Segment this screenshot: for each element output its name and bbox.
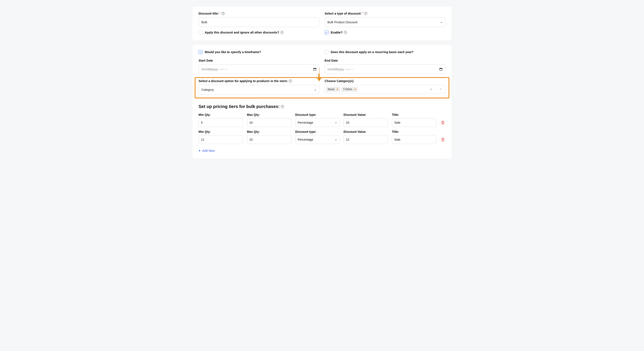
- help-icon[interactable]: ?: [281, 105, 284, 108]
- recurring-checkbox[interactable]: [324, 50, 328, 54]
- remove-tag-icon[interactable]: ✕: [354, 88, 356, 91]
- discount-title-input[interactable]: Bulk: [198, 18, 320, 27]
- discount-config-card: Would you like to specify a timeframe? D…: [192, 45, 452, 159]
- plus-icon: +: [198, 149, 200, 153]
- tier-title-label: Title:: [392, 113, 436, 116]
- enable-label: Enable? ?: [331, 31, 347, 34]
- delete-tier-icon[interactable]: [441, 138, 445, 142]
- help-icon[interactable]: ?: [364, 12, 367, 15]
- divider: [436, 87, 436, 92]
- help-icon[interactable]: ?: [280, 31, 284, 34]
- max-qty-label: Max Qty:: [247, 130, 291, 134]
- max-qty-input[interactable]: 10: [247, 118, 291, 127]
- required-asterisk: *: [362, 12, 363, 14]
- tier-row: Min Qty: 5 Max Qty: 10 Discount type: Pe…: [198, 113, 446, 127]
- discount-title-label: Discount title: * ?: [198, 12, 320, 15]
- enable-checkbox[interactable]: [324, 30, 328, 34]
- ignore-others-checkbox[interactable]: [198, 30, 202, 34]
- chevron-down-icon: [440, 21, 442, 24]
- min-qty-input[interactable]: 5: [198, 118, 243, 127]
- highlighted-section: Select a discount option for applying to…: [195, 77, 449, 98]
- chevron-down-icon: [314, 88, 316, 91]
- remove-tag-icon[interactable]: ✕: [336, 88, 338, 91]
- discount-type-col-label: Discount type:: [295, 130, 340, 134]
- delete-tier-icon[interactable]: [441, 121, 445, 125]
- discount-basics-card: Discount title: * ? Bulk Select a type o…: [192, 6, 452, 40]
- start-date-label: Start Date: [198, 59, 320, 62]
- discount-type-select[interactable]: Bulk Product Discount: [324, 18, 446, 27]
- help-icon[interactable]: ?: [289, 80, 292, 82]
- tiers-heading: Set up pricing tiers for bulk purchases:…: [198, 104, 446, 109]
- clear-all-icon[interactable]: ✕: [428, 87, 434, 92]
- svg-rect-5: [440, 68, 442, 69]
- discount-type-label: Select a type of discount: * ?: [324, 12, 446, 15]
- end-date-label: End Date: [324, 59, 446, 62]
- start-date-input[interactable]: mm/dd/yyyy, --:-- --: [198, 64, 320, 74]
- category-tag: T-Shirts ✕: [342, 87, 358, 92]
- min-qty-label: Min Qty:: [198, 113, 243, 116]
- svg-rect-1: [314, 68, 316, 69]
- add-new-tier-button[interactable]: + Add New: [198, 149, 215, 153]
- chevron-down-icon[interactable]: [437, 88, 444, 91]
- timeframe-label: Would you like to specify a timeframe?: [205, 50, 261, 54]
- category-tag: Music ✕: [326, 87, 340, 92]
- recurring-label: Does this discount apply on a recurring …: [331, 50, 414, 54]
- discount-value-label: Discount Value:: [344, 113, 388, 116]
- min-qty-input[interactable]: 11: [198, 135, 243, 144]
- tier-discount-type-select[interactable]: Percentage: [295, 135, 340, 144]
- tier-title-input[interactable]: Sale: [392, 118, 436, 127]
- category-multiselect[interactable]: Music ✕ T-Shirts ✕ ✕: [324, 85, 446, 94]
- help-icon[interactable]: ?: [222, 12, 225, 15]
- discount-option-select[interactable]: Category: [198, 85, 320, 94]
- calendar-icon: [439, 68, 442, 71]
- discount-value-input[interactable]: 12: [344, 135, 388, 144]
- end-date-input[interactable]: mm/dd/yyyy, --:-- --: [324, 64, 446, 74]
- chevron-down-icon: [335, 121, 337, 124]
- timeframe-checkbox[interactable]: [198, 50, 202, 54]
- help-icon[interactable]: ?: [344, 31, 347, 34]
- max-qty-input[interactable]: 15: [247, 135, 291, 144]
- choose-category-label: Choose Category(s): [324, 79, 446, 83]
- max-qty-label: Max Qty:: [247, 113, 291, 116]
- min-qty-label: Min Qty:: [198, 130, 243, 134]
- tier-title-label: Title:: [392, 130, 436, 134]
- ignore-others-label: Apply this discount and ignore all other…: [205, 31, 284, 34]
- discount-value-input[interactable]: 10: [344, 118, 388, 127]
- tier-title-input[interactable]: Sale: [392, 135, 436, 144]
- tier-discount-type-select[interactable]: Percentage: [295, 118, 340, 127]
- chevron-down-icon: [335, 138, 337, 141]
- discount-option-label: Select a discount option for applying to…: [198, 79, 320, 83]
- discount-type-col-label: Discount type:: [295, 113, 340, 116]
- discount-value-label: Discount Value:: [344, 130, 388, 134]
- required-asterisk: *: [220, 12, 220, 14]
- tier-row: Min Qty: 11 Max Qty: 15 Discount type: P…: [198, 130, 446, 144]
- calendar-icon: [313, 68, 316, 71]
